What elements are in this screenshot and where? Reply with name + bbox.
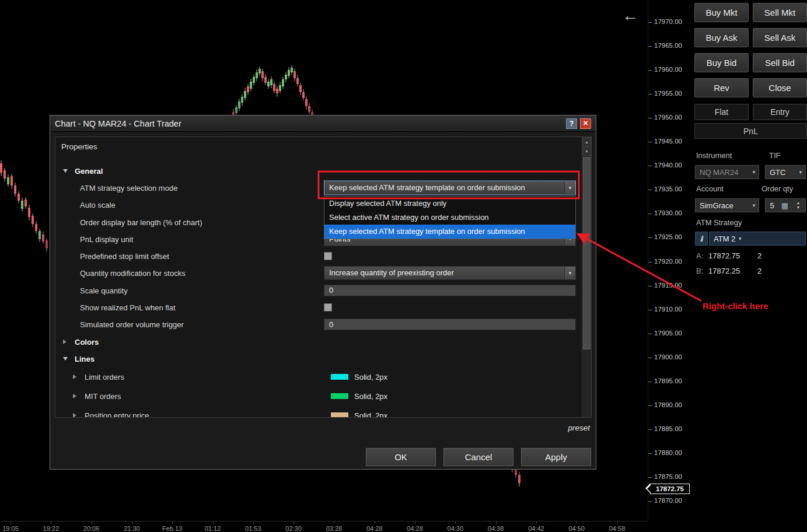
atm-info-button[interactable]: i <box>695 232 708 246</box>
close-icon[interactable]: ✕ <box>580 118 591 129</box>
time-tick <box>375 522 375 524</box>
instrument-label: Instrument <box>696 151 732 160</box>
price-tick-label: 17925.00 <box>654 233 682 240</box>
dropdown-option[interactable]: Display selected ATM strategy only <box>324 197 575 211</box>
help-button[interactable]: ? <box>566 118 577 129</box>
price-tick <box>648 334 652 334</box>
buy-ask-button[interactable]: Buy Ask <box>694 28 749 47</box>
price-tick <box>648 405 652 406</box>
property-row-limit-orders[interactable]: Limit ordersSolid, 2px <box>55 368 582 387</box>
sell-ask-button[interactable]: Sell Ask <box>753 28 807 47</box>
scroll-up-icon[interactable]: ▲ <box>582 137 591 146</box>
quantity-modification-for-stocks-combo[interactable]: Increase quantity of preexisting order▼ <box>324 266 576 280</box>
collapse-icon[interactable] <box>63 169 68 173</box>
entry-button[interactable]: Entry <box>753 104 807 120</box>
time-tick-label: 21:30 <box>124 525 140 532</box>
expand-icon[interactable] <box>63 340 67 344</box>
property-row-simulated-order-volume-trigger[interactable]: Simulated order volume trigger <box>55 316 582 333</box>
show-realized-pnl-when-flat-checkbox[interactable] <box>324 303 332 312</box>
rev-button[interactable]: Rev <box>694 78 749 97</box>
property-row-position-entry-price[interactable]: Position entry priceSolid, 2px <box>55 406 582 418</box>
spin-down-icon[interactable]: ▼ <box>796 205 801 210</box>
atm-strategy-select[interactable]: ATM 2 ▼ <box>709 232 806 246</box>
bid-label: B: <box>696 267 708 275</box>
property-row-colors[interactable]: Colors <box>55 333 582 350</box>
price-tick <box>648 46 652 47</box>
cancel-button[interactable]: Cancel <box>443 448 513 466</box>
property-row-mit-orders[interactable]: MIT ordersSolid, 2px <box>55 387 582 406</box>
tif-select[interactable]: GTC ▼ <box>765 165 806 179</box>
property-row-show-realized-pnl-when-flat[interactable]: Show realized PnL when flat <box>55 299 582 316</box>
pnl-button[interactable]: PnL <box>694 123 807 139</box>
price-tick <box>648 237 652 238</box>
dialog-titlebar[interactable]: Chart - NQ MAR24 - Chart Trader ? ✕ <box>50 116 596 132</box>
property-label: ATM strategy selection mode <box>80 183 177 192</box>
price-axis[interactable]: 17872.75 17970.0017965.0017960.0017955.0… <box>648 0 690 521</box>
time-tick <box>536 522 537 524</box>
buy-mkt-button[interactable]: Buy Mkt <box>694 3 749 22</box>
price-tick <box>648 286 652 286</box>
time-tick <box>617 522 618 524</box>
sell-bid-button[interactable]: Sell Bid <box>753 53 807 72</box>
scroll-down-icon[interactable]: ▼ <box>582 146 591 156</box>
property-label: PnL display unit <box>80 235 133 243</box>
time-axis[interactable]: 19:0519:2220:0621:30Feb 1301:1201:5302:3… <box>0 521 648 532</box>
property-label: Show realized PnL when flat <box>80 303 176 312</box>
property-label: General <box>75 166 103 175</box>
dropdown-option[interactable]: Select active ATM strategy on order subm… <box>324 211 575 225</box>
property-label: Order display bar length (% of chart) <box>80 218 202 226</box>
property-row-quantity-modification-for-stocks[interactable]: Quantity modification for stocksIncrease… <box>55 265 582 282</box>
price-tick <box>648 358 652 358</box>
price-tick <box>648 501 652 502</box>
property-label: Colors <box>75 337 99 346</box>
price-tick-label: 17895.00 <box>654 377 682 384</box>
instrument-select[interactable]: NQ MAR24 ▼ <box>695 165 759 179</box>
spin-up-icon[interactable]: ▲ <box>796 201 801 205</box>
price-tick <box>648 262 652 262</box>
chart-trader-properties-dialog: Chart - NQ MAR24 - Chart Trader ? ✕ Prop… <box>50 115 596 470</box>
back-arrow-icon[interactable]: ← <box>622 6 639 25</box>
price-tick-label: 17890.00 <box>654 401 682 408</box>
price-tick <box>648 214 652 214</box>
collapse-icon[interactable] <box>63 357 68 360</box>
dialog-buttons: OKCancelApply <box>366 448 591 466</box>
price-tick <box>648 190 652 190</box>
order-qty-label: Order qty <box>761 184 793 193</box>
sell-mkt-button[interactable]: Sell Mkt <box>753 3 807 22</box>
dropdown-option[interactable]: Keep selected ATM strategy template on o… <box>324 225 575 239</box>
buy-bid-button[interactable]: Buy Bid <box>694 53 749 72</box>
chevron-down-icon: ▼ <box>752 203 756 208</box>
property-row-lines[interactable]: Lines <box>55 350 582 367</box>
atm-strategy-value: ATM 2 <box>714 235 735 243</box>
time-tick <box>11 522 11 524</box>
close-button[interactable]: Close <box>753 78 807 97</box>
scale-quantity-input[interactable] <box>324 285 576 296</box>
atm-strategy-selection-mode-combo[interactable]: Keep selected ATM strategy template on o… <box>324 180 576 195</box>
properties-scrollbar[interactable]: ▲ ▼ <box>582 137 591 417</box>
account-select[interactable]: SimGrace ▼ <box>695 198 759 212</box>
dialog-title: Chart - NQ MAR24 - Chart Trader <box>55 119 181 128</box>
expand-icon[interactable] <box>73 374 76 379</box>
flat-button[interactable]: Flat <box>694 104 749 120</box>
property-row-general[interactable]: General <box>55 162 582 179</box>
price-tick-label: 17915.00 <box>654 282 682 289</box>
expand-icon[interactable] <box>73 413 76 418</box>
predefined-stop-limit-offset-checkbox[interactable] <box>324 252 332 260</box>
grid-icon[interactable]: ▦ <box>778 201 791 210</box>
atm-strategy-label: ATM Strategy <box>696 218 742 227</box>
atm-selection-dropdown-list: Display selected ATM strategy onlySelect… <box>324 196 576 239</box>
simulated-order-volume-trigger-input[interactable] <box>324 318 576 330</box>
property-row-atm-strategy-selection-mode[interactable]: ATM strategy selection modeKeep selected… <box>55 179 582 196</box>
preset-label: preset <box>568 424 590 432</box>
time-tick-label: 03:28 <box>326 525 343 532</box>
property-label: Auto scale <box>80 201 116 209</box>
order-qty-stepper[interactable]: 5 ▦ ▲ ▼ <box>765 198 806 212</box>
ok-button[interactable]: OK <box>366 448 436 466</box>
property-row-scale-quantity[interactable]: Scale quantity <box>55 282 582 299</box>
apply-button[interactable]: Apply <box>521 448 591 466</box>
expand-icon[interactable] <box>73 394 76 398</box>
scrollbar-thumb[interactable] <box>583 157 591 349</box>
time-tick-label: 01:12 <box>205 525 221 532</box>
price-tick-label: 17955.00 <box>654 90 682 97</box>
property-row-predefined-stop-limit-offset[interactable]: Predefined stop limit offset <box>55 248 582 265</box>
